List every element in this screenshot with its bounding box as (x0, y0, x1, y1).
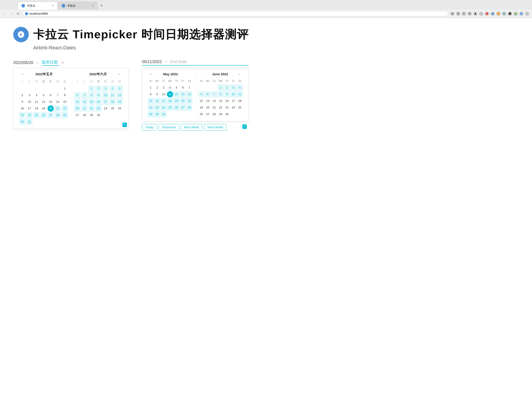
cn-clear-button[interactable]: × (62, 60, 64, 65)
cn-jun-next-button[interactable]: → (116, 72, 122, 77)
table-row[interactable]: 19 (117, 99, 123, 105)
table-row[interactable]: 8 (148, 91, 154, 98)
table-row[interactable]: 11 (109, 92, 116, 98)
table-row[interactable]: 23 (95, 105, 101, 111)
cn-end-placeholder[interactable]: 退房日期 (42, 59, 59, 66)
table-row[interactable]: 18 (33, 105, 40, 111)
table-row[interactable]: 7 (81, 92, 88, 98)
forward-button[interactable]: → (9, 12, 14, 16)
table-row[interactable]: 28 (55, 112, 61, 118)
tab-1[interactable]: 卡拉云 ✕ (18, 2, 57, 10)
table-row[interactable]: 1 (89, 85, 95, 92)
table-row[interactable]: 25 (109, 105, 116, 111)
table-row[interactable]: 29 (62, 112, 68, 118)
table-row[interactable]: 3 (160, 85, 167, 91)
table-row[interactable]: 14 (186, 91, 192, 98)
table-row[interactable]: 22 (62, 105, 68, 111)
table-row[interactable]: 14 (81, 99, 88, 105)
cn-may-prev-button[interactable]: ← (20, 72, 26, 77)
table-row[interactable]: 1 (62, 85, 68, 92)
table-row[interactable]: 23 (224, 104, 230, 111)
table-row[interactable]: 23 (19, 112, 25, 118)
table-row[interactable]: 7 (186, 85, 192, 91)
table-row[interactable]: 14 (211, 98, 217, 104)
ext-3[interactable]: K (462, 12, 466, 16)
table-row[interactable]: 12 (117, 92, 123, 98)
table-row[interactable]: 6 (180, 85, 186, 91)
table-row[interactable]: 7 (55, 92, 61, 98)
table-row[interactable]: 9 (154, 91, 160, 98)
en-end-placeholder[interactable]: End Date (170, 59, 187, 64)
table-row[interactable]: 19 (173, 98, 180, 104)
table-row[interactable]: 16 (224, 98, 230, 104)
table-row[interactable]: 26 (173, 104, 180, 111)
table-row[interactable]: 11 (33, 99, 40, 105)
shortcut-button-next-week[interactable]: Next Week (181, 124, 202, 130)
table-row[interactable]: 29 (89, 112, 95, 118)
table-row[interactable]: 29 (218, 111, 224, 117)
table-row[interactable]: 26 (198, 111, 204, 117)
ext-7[interactable]: 🔴 (485, 12, 489, 16)
table-row[interactable]: 24 (230, 104, 237, 111)
back-button[interactable]: ← (3, 12, 7, 16)
table-row[interactable]: 17 (26, 105, 32, 111)
table-row[interactable]: 28 (211, 111, 217, 117)
shortcut-button-tomorrow[interactable]: Tomorrow (158, 124, 179, 130)
table-row[interactable]: 14 (55, 99, 61, 105)
table-row[interactable]: 18 (109, 99, 116, 105)
en-may-prev-button[interactable]: ← (148, 72, 155, 76)
ext-10[interactable]: 🐦 (502, 12, 506, 16)
table-row[interactable]: 25 (167, 104, 173, 111)
ext-8[interactable]: 🔷 (490, 12, 495, 16)
cn-start-date[interactable]: 2022/05/20 (13, 60, 33, 65)
table-row[interactable]: 18 (237, 98, 243, 104)
table-row[interactable]: 5 (40, 92, 47, 98)
table-row[interactable]: 9 (224, 91, 230, 98)
table-row[interactable]: 16 (19, 105, 25, 111)
table-row[interactable]: 28 (81, 112, 88, 118)
ext-12[interactable]: 🧩 (513, 12, 518, 16)
table-row[interactable]: 20 (48, 105, 54, 111)
table-row[interactable]: 1 (148, 85, 154, 91)
table-row[interactable]: 17 (230, 98, 237, 104)
table-row[interactable]: 3 (230, 85, 237, 91)
tab-1-close[interactable]: ✕ (51, 4, 54, 7)
table-row[interactable]: 4 (167, 85, 173, 91)
en-start-date[interactable]: 05/11/2022 (142, 59, 162, 64)
table-row[interactable]: 6 (74, 92, 81, 98)
table-row[interactable]: 10 (160, 91, 167, 98)
table-row[interactable]: 26 (117, 105, 123, 111)
table-row[interactable]: 30 (154, 111, 160, 117)
table-row[interactable]: 19 (40, 105, 47, 111)
table-row[interactable]: 10 (26, 99, 32, 105)
table-row[interactable]: 2 (19, 92, 25, 98)
table-row[interactable]: 24 (26, 112, 32, 118)
table-row[interactable]: 15 (62, 99, 68, 105)
table-row[interactable]: 2 (224, 85, 230, 91)
ext-9[interactable]: 🔼 (496, 12, 500, 16)
table-row[interactable]: 25 (33, 112, 40, 118)
table-row[interactable]: 20 (180, 98, 186, 104)
table-row[interactable]: 12 (198, 98, 204, 104)
table-row[interactable]: 9 (95, 92, 101, 98)
en-jun-next-button[interactable]: → (236, 72, 242, 76)
table-row[interactable]: 3 (102, 85, 108, 92)
table-row[interactable]: 8 (62, 92, 68, 98)
table-row[interactable]: 4 (33, 92, 40, 98)
tab-2-close[interactable]: ✕ (92, 4, 94, 7)
table-row[interactable]: 13 (74, 99, 81, 105)
table-row[interactable]: 13 (180, 91, 186, 98)
table-row[interactable]: 21 (55, 105, 61, 111)
table-row[interactable]: 6 (48, 92, 54, 98)
ext-13[interactable]: 🌀 (519, 12, 524, 16)
table-row[interactable]: 27 (74, 112, 81, 118)
table-row[interactable]: 26 (40, 112, 47, 118)
ext-6[interactable]: ⋮⋮ (479, 12, 483, 16)
table-row[interactable]: 10 (102, 92, 108, 98)
table-row[interactable]: 28 (186, 104, 192, 111)
table-row[interactable]: 30 (224, 111, 230, 117)
table-row[interactable]: 29 (148, 111, 154, 117)
shortcut-button-today[interactable]: Today (142, 124, 157, 130)
ext-1[interactable]: ⊕ (450, 12, 455, 16)
table-row[interactable]: 27 (180, 104, 186, 111)
